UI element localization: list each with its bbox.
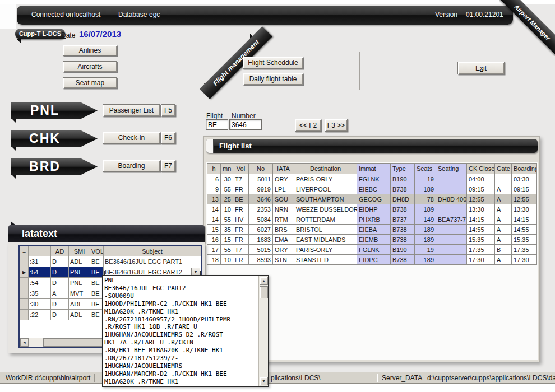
flight-cell: BE [233,194,249,204]
exit-button[interactable]: Exit [457,62,505,74]
iata-message-popup[interactable]: PNL BE3646/16JUL EGC PART2 -SOU009U 1HOO… [102,275,269,387]
airlines-button[interactable]: Arilines [63,45,117,56]
flight-column-header: Type [391,164,415,174]
flight-row[interactable]: 955FR9919LPLLIVERPOOLEIEBCB73818909:15A0… [207,184,537,194]
flight-cell: EIDHP [357,204,391,214]
flight-cell: A [495,214,512,225]
row-selector[interactable] [20,278,29,288]
flight-cell: 12:55 [467,194,495,204]
iatatext-cell: :30 [29,299,51,310]
iatatext-column-header: VOL [90,246,104,256]
passenger-list-fkey-button[interactable]: F5 [161,104,175,116]
flight-cell: 189 [415,235,436,245]
flight-cell: 55 [221,245,233,255]
previous-flight-button[interactable]: << F2 [295,119,321,132]
flight-cell: BRS [273,225,294,235]
iatatext-cell: ADL [69,299,90,310]
iatatext-cell: D [51,310,69,320]
flight-cell: 03:30 [512,174,537,184]
server-prog-fragment: plications\LDCS\ [271,374,321,382]
daily-flight-table-button[interactable]: Daily flight table [243,73,303,85]
flight-cell: 78 [415,194,436,204]
iatatext-column-header: AD [51,246,69,256]
scroll-left-icon[interactable]: ◄ [20,338,29,347]
row-selector[interactable] [20,310,29,320]
flight-row[interactable]: 1810FR8593STNSTANSTEDEIDPCB73818917:30A1… [207,255,537,265]
boarding-button[interactable]: Boarding [103,160,160,172]
flight-row[interactable]: 1535FR6027BRSBRISTOLEIEBAB73818914:55A14… [207,225,537,235]
aircrafts-button[interactable]: Aircrafts [63,61,117,72]
flight-cell: 14:55 [512,225,537,235]
workdir-value: d:\cuppt\bin\airport [35,374,90,382]
flight-row[interactable]: 1615FR1683EMAEAST MIDLANDSEIEMBB73818915… [207,235,537,245]
grid-menu-icon: ☰ [20,246,29,256]
boarding-fkey-button[interactable]: F7 [161,160,175,172]
flight-cell: 8593 [249,255,273,265]
flight-cell [436,235,467,245]
flight-row[interactable]: 1455HV5084RTMROTTERDAMPHXRBB737149BEA737… [207,214,537,225]
flight-schedule-button[interactable]: Flight Scheddule [243,57,303,69]
flight-column-header: Destination [294,164,357,174]
iatatext-row[interactable]: :31DADLBEBE3646/16JUL EGC PART1 [20,256,201,267]
row-selector[interactable] [20,256,29,267]
flight-row[interactable]: 1410FR2353NRNWEEZE DUSSELDORFEIDHPB73818… [207,204,537,214]
app-name-pill: Cupp-T L-DCS [15,29,65,39]
flight-label: Flight [206,112,223,120]
scroll-up-icon[interactable]: ▲ [260,277,268,285]
airport-manager-ribbon: Airport Manager [499,0,555,56]
row-marker-icon[interactable]: ▶ [20,267,29,278]
flight-cell [436,204,467,214]
flight-cell: B738 [391,204,415,214]
passenger-list-button[interactable]: Passenger List [103,104,160,116]
flight-cell: 5015 [249,245,273,255]
seat-map-button[interactable]: Seat map [63,77,117,88]
iatatext-header-row: ☰ADSMIVOLSubject [20,246,201,256]
iatatext-cell: :54 [29,267,51,278]
next-flight-button[interactable]: F3 >> [325,119,348,132]
flight-cell: A [495,235,512,245]
scroll-down-icon[interactable]: ▼ [260,377,268,385]
iatatext-cell: PNL [69,278,90,288]
flight-row[interactable]: 1325BE3646SOUSOUTHAMPTONGECOGDH8D78DH8D … [207,194,537,204]
row-selector[interactable] [20,299,29,310]
connection-bar: Connected on localhost Database egc Vers… [17,6,513,25]
flight-cell: LPL [273,184,294,194]
flight-cell: 14 [207,204,221,214]
flight-table: hmnVolNoIATADestinationImmatTypeSeatsSea… [207,163,537,265]
check-in-fkey-button[interactable]: F6 [161,132,175,144]
flight-number-input[interactable] [229,119,262,130]
iatatext-cell: BE [90,267,104,278]
iatatext-title: Iatatext [22,228,57,240]
flight-cell: EAST MIDLANDS [294,235,357,245]
iatatext-cell: BE [90,256,104,267]
iatatext-cell: BE [90,310,104,320]
vertical-scrollbar[interactable]: ▲ ▼ [258,276,268,386]
flight-cell: EIEMB [357,235,391,245]
iatatext-cell: MVT [69,288,90,299]
flight-cell: B190 [391,245,415,255]
flight-cell: EIEBA [357,225,391,235]
flight-cell: 14 [207,214,221,225]
flight-row[interactable]: 630T75011ORYPARIS-ORLYFGLNKB1901904:0003… [207,174,537,184]
database-label: Database [118,11,147,18]
flight-cell: FR [233,235,249,245]
flight-cell: FR [233,225,249,235]
flight-code-input[interactable] [206,119,228,130]
corner-spacer [0,4,16,29]
flight-cell: 55 [221,214,233,225]
flight-cell: EIEBC [357,184,391,194]
chk-tag: CHK [11,130,98,147]
flight-cell: 5084 [249,214,273,225]
flight-cell: 17:35 [467,245,495,255]
flight-cell: HV [233,214,249,225]
flight-cell: ORY [273,174,294,184]
row-selector[interactable] [20,288,29,299]
iatatext-cell: D [51,278,69,288]
message-text: PNL BE3646/16JUL EGC PART2 -SOU009U 1HOO… [104,277,257,385]
flight-cell: A [495,255,512,265]
check-in-button[interactable]: Check-in [103,132,160,144]
flight-row[interactable]: 1755T75015ORYPARIS-ORLYFGLNKB1901917:35B… [207,245,537,255]
flight-column-header: Immat [357,164,391,174]
flight-cell: BEA737-700 [436,214,467,225]
scrollbar-thumb[interactable] [260,286,268,298]
